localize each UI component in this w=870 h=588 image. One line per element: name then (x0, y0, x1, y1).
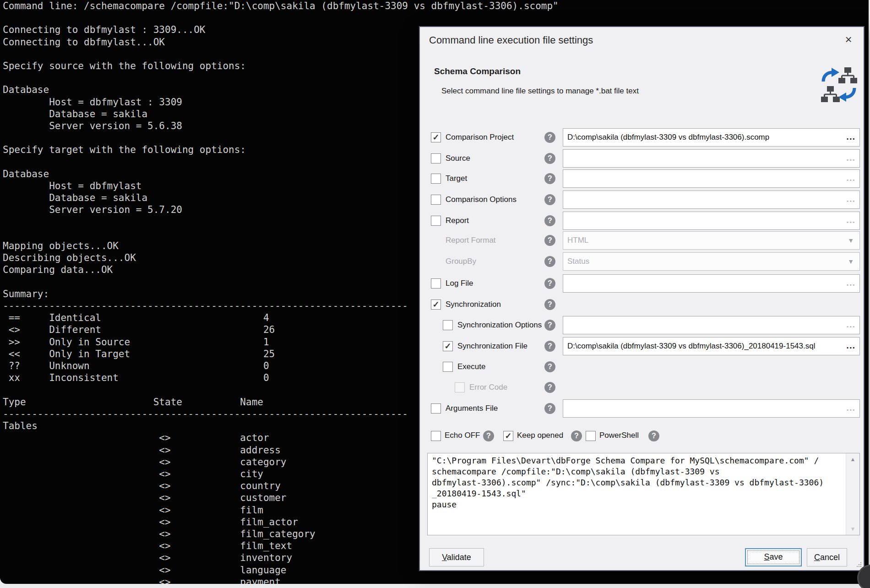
synchronization-file-label: Synchronization File (457, 337, 527, 355)
help-icon[interactable]: ? (483, 430, 494, 441)
chevron-down-icon: ▼ (848, 232, 854, 249)
comparison-project-field: ... (563, 128, 860, 147)
browse-ellipsis-icon[interactable]: ... (846, 275, 855, 290)
question-mark: ? (548, 133, 552, 141)
help-icon[interactable]: ? (544, 361, 555, 372)
echo-off-checkbox[interactable] (431, 431, 441, 441)
powershell-checkbox[interactable] (586, 431, 596, 441)
error-code-label: Error Code (469, 378, 507, 397)
synchronization-file-checkbox[interactable] (443, 341, 453, 351)
scroll-up-icon[interactable]: ▲ (846, 456, 859, 463)
close-icon[interactable]: × (840, 31, 857, 48)
browse-ellipsis-icon[interactable]: ... (846, 170, 855, 185)
setting-row-synchronization-file: Synchronization File ? ... (420, 337, 864, 355)
save-button[interactable]: Save (745, 548, 802, 566)
echo-off-label: Echo OFF (445, 426, 480, 445)
comparison-project-input[interactable] (563, 129, 844, 146)
help-icon[interactable]: ? (544, 299, 555, 310)
synchronization-file-input[interactable] (563, 338, 844, 355)
synchronization-options-checkbox[interactable] (443, 320, 453, 330)
validate-button[interactable]: Validate (429, 548, 484, 566)
options-row: Echo OFF ? Keep opened ? PowerShell ? (420, 426, 864, 445)
bat-file-textarea[interactable]: "C:\Program Files\Devart\dbForge Schema … (427, 453, 860, 535)
scrollbar[interactable]: ▲ ▼ (846, 453, 859, 535)
help-icon[interactable]: ? (544, 382, 555, 393)
source-label: Source (446, 149, 470, 168)
report-format-dropdown: HTML ▼ (563, 231, 860, 250)
synchronization-options-label: Synchronization Options (457, 316, 542, 334)
comparison-options-checkbox[interactable] (431, 195, 441, 205)
scroll-down-icon[interactable]: ▼ (846, 526, 859, 532)
help-icon[interactable]: ? (544, 341, 555, 352)
setting-row-report-format: Report Format ? HTML ▼ (420, 231, 864, 250)
log-file-label: Log File (446, 274, 473, 293)
browse-ellipsis-icon[interactable]: ... (846, 316, 855, 332)
question-mark: ? (548, 363, 552, 370)
log-file-field: ... (563, 274, 860, 293)
browse-ellipsis-icon[interactable]: ... (846, 400, 855, 415)
comparison-options-input[interactable] (563, 191, 844, 208)
arguments-file-input[interactable] (563, 400, 844, 417)
help-icon[interactable]: ? (544, 173, 555, 184)
help-icon[interactable]: ? (648, 430, 659, 441)
command-line-settings-dialog: Command line execution file settings × S… (419, 26, 865, 571)
report-format-value: HTML (567, 232, 588, 249)
synchronization-options-field: ... (563, 316, 860, 334)
setting-row-error-code: Error Code ? (420, 378, 864, 397)
help-icon[interactable]: ? (544, 403, 555, 414)
setting-row-source: Source ? ... (420, 149, 864, 168)
browse-ellipsis-icon[interactable]: ... (846, 191, 855, 207)
browse-ellipsis-icon[interactable]: ... (846, 212, 855, 228)
setting-row-comparison-options: Comparison Options ? ... (420, 191, 864, 209)
help-icon[interactable]: ? (544, 215, 555, 226)
setting-row-synchronization-options: Synchronization Options ? ... (420, 316, 864, 334)
help-icon[interactable]: ? (544, 132, 555, 143)
report-checkbox[interactable] (431, 216, 441, 226)
browse-ellipsis-icon[interactable]: ... (846, 150, 855, 165)
setting-row-log-file: Log File ? ... (420, 274, 864, 293)
validate-button-label: Validate (430, 549, 484, 566)
keep-opened-checkbox[interactable] (503, 431, 513, 441)
execute-label: Execute (457, 358, 485, 376)
help-icon[interactable]: ? (544, 256, 555, 267)
help-icon[interactable]: ? (544, 320, 555, 331)
question-mark: ? (548, 217, 552, 224)
question-mark: ? (548, 342, 552, 350)
target-label: Target (446, 169, 467, 188)
comparison-project-checkbox[interactable] (431, 132, 441, 142)
log-file-input[interactable] (563, 275, 844, 292)
execute-checkbox[interactable] (443, 362, 453, 372)
dialog-title: Command line execution file settings (429, 34, 593, 46)
section-title: Schema Comparison (434, 66, 521, 76)
source-input[interactable] (563, 150, 844, 167)
report-input[interactable] (563, 212, 844, 229)
groupby-label: GroupBy (446, 252, 476, 271)
help-icon[interactable]: ? (544, 278, 555, 289)
arguments-file-checkbox[interactable] (431, 403, 441, 414)
groupby-value: Status (567, 253, 589, 270)
chevron-down-icon: ▼ (848, 253, 854, 270)
browse-ellipsis-icon[interactable]: ... (846, 129, 855, 144)
error-code-checkbox (455, 382, 465, 392)
schema-comparison-icon (821, 66, 857, 103)
help-icon[interactable]: ? (544, 194, 555, 205)
help-icon[interactable]: ? (544, 235, 555, 246)
report-label: Report (446, 212, 469, 230)
target-checkbox[interactable] (431, 174, 441, 184)
question-mark: ? (652, 432, 656, 440)
source-checkbox[interactable] (431, 153, 441, 163)
question-mark: ? (548, 196, 552, 203)
question-mark: ? (486, 432, 491, 440)
help-icon[interactable]: ? (571, 430, 582, 441)
cancel-button[interactable]: Cancel (807, 548, 847, 566)
browse-ellipsis-icon[interactable]: ... (846, 338, 855, 353)
help-icon[interactable]: ? (544, 153, 555, 164)
synchronization-checkbox[interactable] (431, 299, 441, 310)
log-file-checkbox[interactable] (431, 278, 441, 289)
bat-file-text: "C:\Program Files\Devart\dbForge Schema … (432, 455, 824, 510)
target-input[interactable] (563, 170, 844, 187)
report-field: ... (563, 212, 860, 230)
report-format-label: Report Format (446, 231, 496, 250)
synchronization-options-input[interactable] (563, 316, 844, 334)
setting-row-synchronization: Synchronization ? (420, 295, 864, 314)
